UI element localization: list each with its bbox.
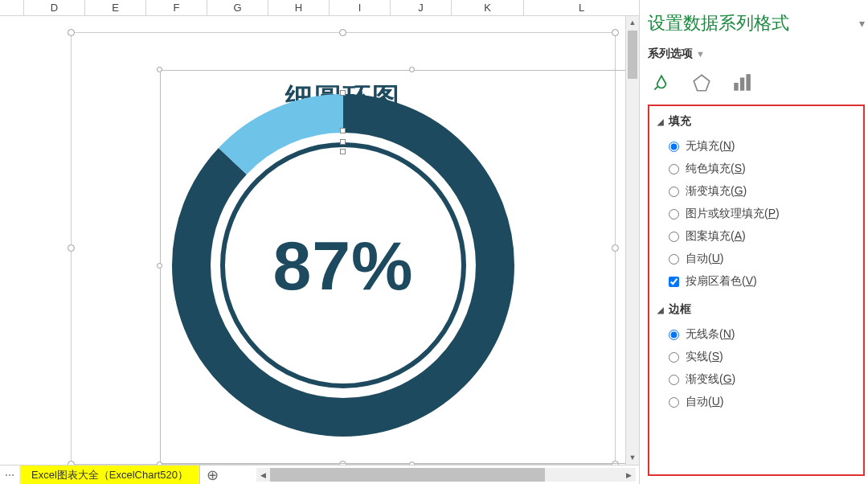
collapse-triangle-icon[interactable]: ◢ [657,306,664,314]
panel-menu-icon[interactable]: ▾ [859,17,865,30]
worksheet-grid[interactable]: 细圆环图 87% [0,16,639,484]
resize-handle[interactable] [157,263,162,269]
series-point-handle[interactable] [340,139,346,145]
panel-title: 设置数据系列格式 [648,11,789,35]
col-header[interactable]: K [452,0,524,15]
donut-chart[interactable]: 87% [170,92,516,438]
resize-handle[interactable] [68,29,75,36]
col-header[interactable]: E [85,0,146,15]
svg-rect-5 [740,78,744,91]
horizontal-scrollbar[interactable]: ◀ ▶ [256,468,636,482]
fill-gradient-radio[interactable]: 渐变填充(G) [669,182,855,201]
svg-marker-3 [694,75,710,91]
col-header[interactable]: G [207,0,268,15]
col-header-gutter [0,0,24,15]
fill-picture-radio[interactable]: 图片或纹理填充(P) [669,204,855,224]
chevron-down-icon: ▼ [696,49,705,59]
series-point-handle[interactable] [340,90,346,96]
series-options-dropdown[interactable]: 系列选项 [648,47,693,61]
resize-handle[interactable] [157,67,162,72]
resize-handle[interactable] [612,29,619,36]
col-header[interactable]: F [146,0,207,15]
border-section-header[interactable]: 边框 [669,302,691,317]
percent-label: 87% [272,226,413,306]
border-auto-radio[interactable]: 自动(U) [669,392,855,412]
series-point-handle[interactable] [340,149,346,154]
sheet-nav-prev[interactable]: ⋯ [0,466,20,485]
border-solid-radio[interactable]: 实线(S) [669,347,855,367]
fill-section-header[interactable]: 填充 [669,114,691,129]
scroll-right-arrow[interactable]: ▶ [622,471,636,479]
fill-none-radio[interactable]: 无填充(N) [669,137,855,156]
scroll-down-arrow[interactable]: ▼ [626,451,639,465]
fill-auto-radio[interactable]: 自动(U) [669,249,855,269]
format-data-series-panel: 设置数据系列格式 ▾ 系列选项 ▼ ◢填充 无填充(N) 纯色填充(S) 渐变填… [639,0,868,484]
resize-handle[interactable] [409,67,415,72]
col-header[interactable]: H [268,0,330,15]
effects-tab[interactable] [690,71,714,95]
fill-solid-radio[interactable]: 纯色填充(S) [669,159,855,178]
fill-line-tab[interactable] [649,71,674,95]
add-sheet-button[interactable]: ⊕ [200,466,224,485]
scroll-thumb[interactable] [628,31,637,79]
series-options-tab[interactable] [730,71,754,95]
chart-object[interactable]: 细圆环图 87% [71,32,616,465]
sheet-tab[interactable]: Excel图表大全（ExcelChart520） [20,466,200,485]
collapse-triangle-icon[interactable]: ◢ [657,117,664,126]
svg-rect-4 [734,83,738,91]
resize-handle[interactable] [339,29,346,36]
fill-pattern-radio[interactable]: 图案填充(A) [669,227,855,246]
series-point-handle[interactable] [340,128,346,133]
column-header-row: D E F G H I J K L [0,0,639,16]
scroll-left-arrow[interactable]: ◀ [256,471,270,479]
col-header[interactable]: L [524,0,639,15]
col-header[interactable]: D [24,0,85,15]
col-header[interactable]: J [391,0,452,15]
highlighted-options-group: ◢填充 无填充(N) 纯色填充(S) 渐变填充(G) 图片或纹理填充(P) 图案… [648,105,865,476]
vary-colors-checkbox[interactable]: 按扇区着色(V) [669,272,855,291]
border-none-radio[interactable]: 无线条(N) [669,325,855,344]
border-gradient-radio[interactable]: 渐变线(G) [669,370,855,389]
sheet-tab-bar: ⋯ Excel图表大全（ExcelChart520） ⊕ ◀ ▶ [0,465,639,484]
svg-rect-6 [746,74,750,91]
scroll-thumb[interactable] [270,468,545,482]
resize-handle[interactable] [68,244,75,252]
vertical-scrollbar[interactable]: ▲ ▼ [625,16,639,465]
col-header[interactable]: I [330,0,391,15]
scroll-up-arrow[interactable]: ▲ [626,16,639,30]
